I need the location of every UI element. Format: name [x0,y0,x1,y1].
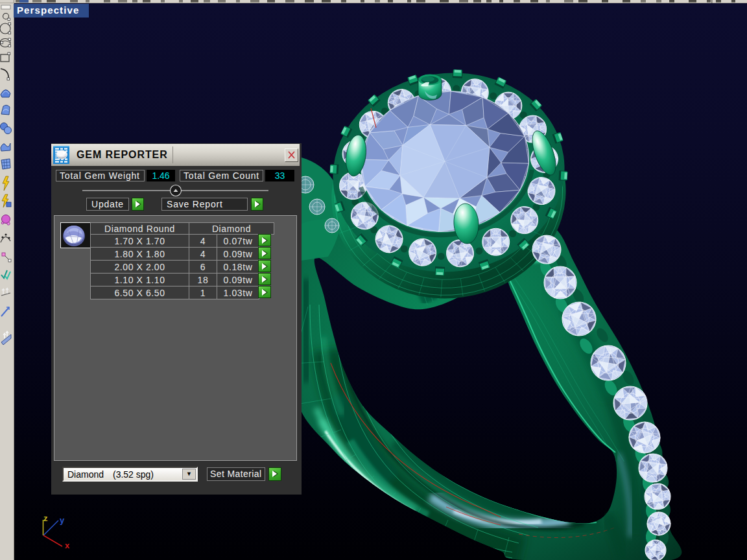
svg-text:x: x [65,541,70,550]
svg-text:y: y [60,515,65,525]
svg-text:z: z [43,513,48,523]
